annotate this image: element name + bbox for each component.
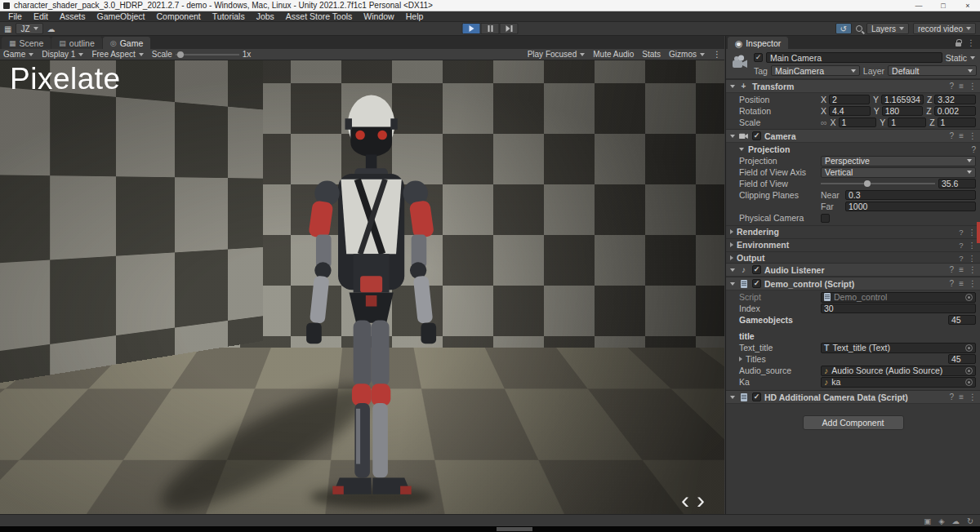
- preset-icon[interactable]: ≡: [959, 131, 964, 140]
- near-clip-field[interactable]: 0.3: [845, 190, 976, 200]
- help-icon[interactable]: ?: [971, 145, 976, 154]
- plug-icon[interactable]: ▦: [4, 24, 11, 33]
- index-field[interactable]: 30: [821, 304, 976, 313]
- fov-axis-dropdown[interactable]: Vertical: [821, 167, 976, 178]
- foldout-open-icon[interactable]: [730, 396, 735, 399]
- menu-item[interactable]: Help: [400, 11, 430, 21]
- object-picker-icon[interactable]: [965, 367, 973, 375]
- menu-item[interactable]: Jobs: [251, 11, 280, 21]
- kebab-icon[interactable]: ⋮: [969, 265, 977, 274]
- kebab-icon[interactable]: ⋮: [967, 38, 976, 47]
- object-picker-icon[interactable]: [965, 379, 973, 386]
- gameobjects-size-field[interactable]: 45: [948, 315, 976, 325]
- camera-header[interactable]: ✓ Camera ? ≡ ⋮: [726, 129, 980, 143]
- layout-dropdown[interactable]: record video: [913, 23, 976, 34]
- play-button[interactable]: [462, 23, 481, 34]
- pause-button[interactable]: [481, 23, 500, 34]
- foldout-open-icon[interactable]: [730, 135, 735, 138]
- fov-slider-knob[interactable]: [864, 180, 871, 187]
- rotation-x-field[interactable]: 4.4: [829, 106, 871, 116]
- taskbar-item[interactable]: [497, 527, 532, 531]
- projection-foldout[interactable]: Projection ?: [726, 144, 980, 154]
- gizmos-dropdown[interactable]: Gizmos: [669, 50, 705, 59]
- aspect-dropdown[interactable]: Free Aspect: [91, 50, 143, 59]
- rotation-y-field[interactable]: 180: [882, 106, 924, 116]
- tab-game[interactable]: ◎ Game: [103, 37, 150, 49]
- camera-enabled-checkbox[interactable]: ✓: [752, 131, 761, 140]
- foldout-open-icon[interactable]: [730, 85, 735, 88]
- kebab-icon[interactable]: ⋮: [969, 279, 977, 288]
- menu-item[interactable]: Asset Store Tools: [280, 11, 359, 21]
- transform-header[interactable]: + Transform ? ≡ ⋮: [726, 79, 980, 93]
- scale-slider[interactable]: Scale 1x: [152, 50, 252, 59]
- layers-dropdown[interactable]: Layers: [866, 23, 909, 34]
- step-button[interactable]: [500, 23, 519, 34]
- menu-item[interactable]: Edit: [28, 11, 54, 21]
- maximize-button[interactable]: □: [931, 0, 956, 11]
- position-y-field[interactable]: 1.165934: [881, 95, 924, 104]
- lock-icon[interactable]: [956, 42, 961, 47]
- text-title-object-field[interactable]: T Text_title (Text): [821, 343, 976, 353]
- console-status-icon[interactable]: ▣: [924, 516, 931, 525]
- tab-inspector[interactable]: ◉ Inspector: [728, 37, 788, 49]
- layer-dropdown[interactable]: Default: [888, 65, 977, 76]
- cloud-status-icon[interactable]: ☁: [952, 516, 960, 525]
- foldout-closed-icon[interactable]: [739, 357, 742, 361]
- ka-object-field[interactable]: ♪ ka: [821, 377, 976, 388]
- fov-value-field[interactable]: 35.6: [938, 179, 976, 188]
- gameobject-name-field[interactable]: Main Camera: [766, 52, 942, 63]
- titles-size-field[interactable]: 45: [948, 354, 976, 364]
- position-z-field[interactable]: 3.32: [934, 95, 976, 104]
- scale-y-field[interactable]: 1: [888, 117, 926, 127]
- kebab-icon[interactable]: ⋮: [969, 392, 977, 401]
- object-picker-icon[interactable]: [965, 344, 973, 352]
- tab-outline[interactable]: ▤ outline: [51, 37, 101, 49]
- audio-listener-checkbox[interactable]: ✓: [752, 265, 761, 274]
- prev-shader-arrow[interactable]: ‹: [681, 488, 689, 512]
- menu-item[interactable]: Assets: [54, 11, 91, 21]
- next-shader-arrow[interactable]: ›: [697, 488, 705, 512]
- preset-icon[interactable]: ≡: [959, 265, 964, 274]
- preset-icon[interactable]: ≡: [959, 82, 964, 91]
- help-icon[interactable]: ?: [959, 254, 963, 263]
- position-x-field[interactable]: 2: [829, 95, 870, 104]
- audio-source-object-field[interactable]: ♪ Audio Source (Audio Source): [821, 366, 976, 376]
- link-icon[interactable]: ∞: [821, 117, 827, 127]
- game-viewport[interactable]: Pixelate ‹ ›: [0, 60, 724, 514]
- help-icon[interactable]: ?: [950, 82, 955, 91]
- far-clip-field[interactable]: 1000: [845, 202, 976, 211]
- rendering-foldout[interactable]: Rendering ?⋮: [726, 225, 980, 236]
- refresh-status-icon[interactable]: ↻: [967, 516, 973, 525]
- scale-knob[interactable]: [177, 51, 184, 58]
- menu-item[interactable]: Component: [150, 11, 206, 21]
- gameobject-active-checkbox[interactable]: ✓: [754, 53, 763, 62]
- undo-history-button[interactable]: ↺: [835, 23, 852, 34]
- minimize-button[interactable]: —: [906, 0, 931, 11]
- object-picker-icon[interactable]: [965, 294, 973, 301]
- kebab-icon[interactable]: ⋮: [969, 228, 977, 237]
- cloud-icon[interactable]: ☁: [47, 24, 56, 33]
- script-object-field[interactable]: Demo_control: [821, 292, 976, 303]
- menu-item[interactable]: GameObject: [91, 11, 151, 21]
- preset-icon[interactable]: ≡: [959, 279, 964, 288]
- kebab-icon[interactable]: ⋮: [969, 241, 977, 250]
- help-icon[interactable]: ?: [950, 279, 955, 288]
- add-component-button[interactable]: Add Component: [803, 415, 904, 430]
- preset-icon[interactable]: ≡: [959, 392, 964, 401]
- hd-camera-data-checkbox[interactable]: ✓: [752, 392, 761, 401]
- kebab-icon[interactable]: ⋮: [969, 254, 977, 263]
- menu-item[interactable]: Tutorials: [207, 11, 251, 21]
- stats-toggle[interactable]: Stats: [642, 50, 661, 59]
- environment-foldout[interactable]: Environment ?⋮: [726, 238, 980, 249]
- scale-z-field[interactable]: 1: [938, 117, 976, 127]
- tab-scene[interactable]: ▦ Scene: [2, 37, 51, 49]
- help-icon[interactable]: ?: [959, 241, 963, 250]
- close-button[interactable]: ×: [956, 0, 980, 11]
- search-icon[interactable]: [856, 25, 862, 32]
- hd-camera-data-header[interactable]: ✓ HD Additional Camera Data (Script) ? ≡…: [726, 390, 980, 404]
- menu-item[interactable]: File: [2, 11, 28, 21]
- foldout-open-icon[interactable]: [730, 268, 735, 272]
- help-icon[interactable]: ?: [959, 228, 963, 237]
- scale-x-field[interactable]: 1: [839, 117, 877, 127]
- kebab-icon[interactable]: ⋮: [969, 131, 977, 140]
